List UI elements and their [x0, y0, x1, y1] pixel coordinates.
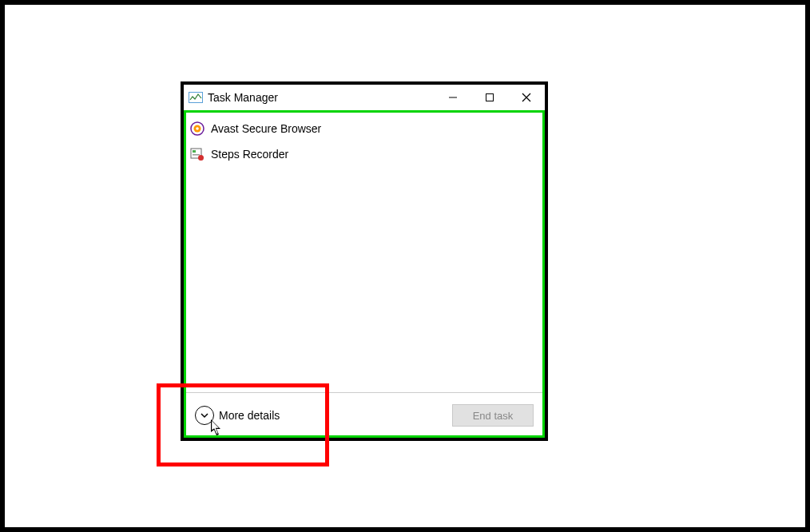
- steps-recorder-icon: [190, 147, 204, 161]
- process-row-avast[interactable]: Avast Secure Browser: [184, 116, 545, 141]
- process-list[interactable]: Avast Secure Browser Steps Recorder: [184, 111, 545, 392]
- svg-rect-10: [193, 154, 200, 156]
- end-task-button[interactable]: End task: [452, 404, 534, 427]
- titlebar[interactable]: Task Manager: [184, 85, 545, 111]
- process-row-steps-recorder[interactable]: Steps Recorder: [184, 141, 545, 167]
- end-task-label: End task: [473, 410, 514, 422]
- svg-rect-2: [486, 94, 494, 101]
- more-details-button[interactable]: More details: [195, 406, 280, 425]
- process-name: Steps Recorder: [211, 148, 288, 161]
- svg-point-11: [198, 155, 204, 161]
- avast-browser-icon: [190, 121, 204, 136]
- close-button[interactable]: [508, 85, 545, 110]
- svg-point-7: [196, 127, 199, 130]
- svg-rect-9: [193, 150, 196, 153]
- maximize-button[interactable]: [471, 85, 508, 110]
- task-manager-icon: [189, 92, 203, 103]
- window-title: Task Manager: [208, 91, 278, 104]
- process-name: Avast Secure Browser: [211, 122, 321, 135]
- footer: More details End task: [184, 393, 545, 438]
- more-details-label: More details: [219, 409, 280, 422]
- screenshot-canvas: Task Manager: [0, 0, 810, 532]
- minimize-button[interactable]: [435, 85, 471, 110]
- chevron-down-icon: [195, 406, 214, 425]
- task-manager-window: Task Manager: [181, 81, 548, 441]
